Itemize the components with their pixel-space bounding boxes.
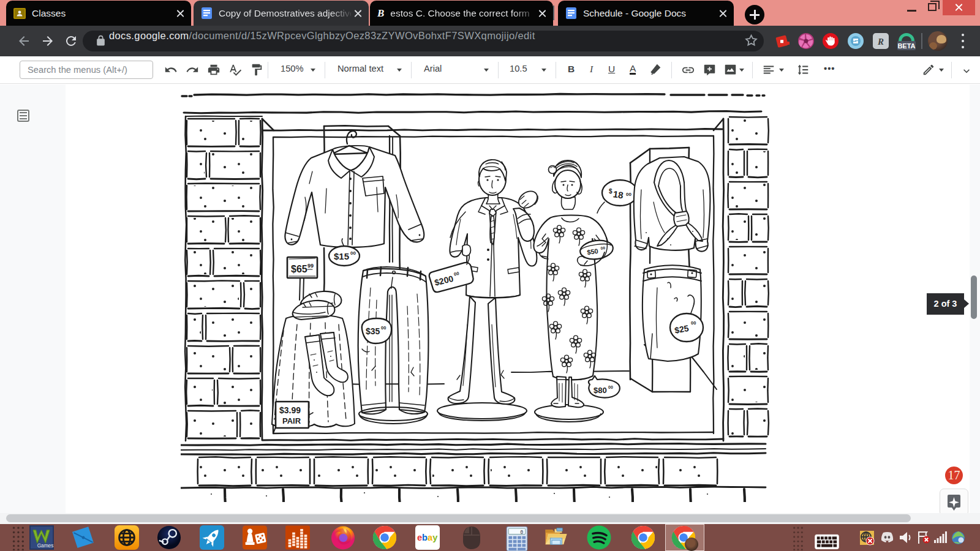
svg-text:R: R bbox=[877, 37, 884, 47]
svg-text:$80: $80 bbox=[594, 386, 607, 395]
svg-text:PAIR: PAIR bbox=[282, 416, 301, 425]
svg-text:00: 00 bbox=[626, 192, 631, 197]
svg-text:$65: $65 bbox=[291, 264, 307, 274]
svg-text:Games: Games bbox=[37, 542, 54, 549]
svg-text:$: $ bbox=[609, 188, 612, 195]
svg-text:00: 00 bbox=[350, 250, 356, 256]
svg-text:$50: $50 bbox=[587, 247, 599, 256]
svg-text:00: 00 bbox=[608, 385, 613, 389]
svg-text:99: 99 bbox=[307, 263, 314, 269]
svg-text:$35: $35 bbox=[366, 326, 380, 336]
svg-text:18: 18 bbox=[612, 189, 624, 200]
svg-text:$3.99: $3.99 bbox=[279, 405, 301, 415]
svg-text:$15: $15 bbox=[334, 251, 349, 261]
svg-text:00: 00 bbox=[381, 325, 386, 331]
svg-text:ebay: ebay bbox=[417, 533, 438, 542]
svg-text:00: 00 bbox=[600, 246, 606, 250]
svg-text:0: 0 bbox=[520, 530, 523, 536]
svg-text:BETA: BETA bbox=[897, 42, 915, 50]
svg-text:00: 00 bbox=[691, 320, 696, 326]
